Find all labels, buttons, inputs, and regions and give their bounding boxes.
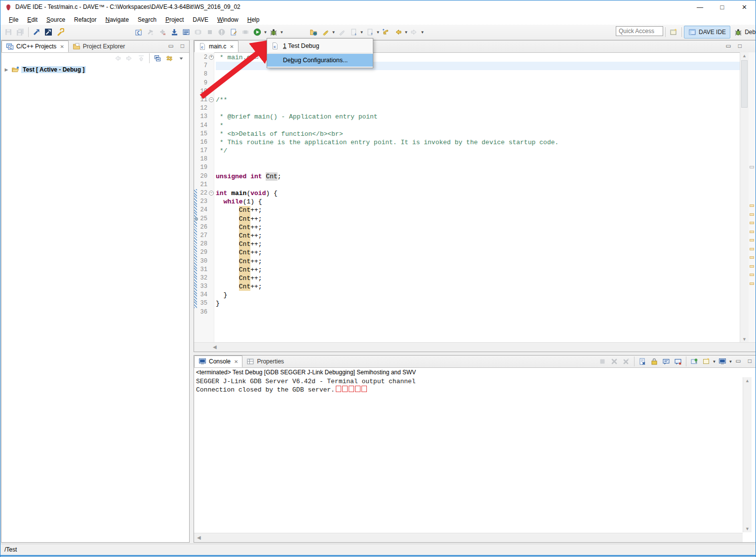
remove-launch-button[interactable] (608, 356, 620, 367)
maximize-view-icon[interactable]: □ (181, 42, 184, 49)
code-line-9[interactable]: 9 (194, 79, 740, 87)
display-console-dropdown-icon[interactable]: ▼ (712, 359, 716, 364)
tab-console[interactable]: Console ✕ (194, 356, 242, 367)
chevron-right-icon[interactable]: ▶ (3, 67, 9, 72)
menu-source[interactable]: Source (42, 15, 70, 24)
console-output[interactable]: SEGGER J-Link GDB Server V6.42d - Termin… (196, 377, 746, 394)
occurrence-mark[interactable] (750, 166, 754, 168)
vertical-sash[interactable] (190, 40, 194, 543)
memory-view-button[interactable] (180, 26, 192, 38)
quick-access-input[interactable] (616, 26, 663, 36)
link-editor-button[interactable] (163, 52, 175, 64)
occurrence-mark[interactable] (750, 213, 754, 216)
collapse-all-button[interactable] (152, 52, 163, 64)
code-line-21[interactable]: 21 (194, 181, 740, 189)
collapsed-region-icon[interactable] (253, 53, 258, 59)
occurrence-mark[interactable] (750, 282, 754, 285)
add-device-button[interactable] (157, 26, 168, 38)
fold-expand-icon[interactable]: + (209, 55, 214, 60)
code-line-20[interactable]: 20unsigned int Cnt; (194, 172, 740, 181)
occurrence-mark[interactable] (750, 274, 754, 276)
minimize-view-icon[interactable]: ▭ (735, 358, 741, 364)
new-c-project-button[interactable]: C (133, 26, 145, 38)
forward-nav-button[interactable] (123, 52, 135, 64)
occurrence-mark[interactable] (750, 222, 754, 224)
occurrence-mark[interactable] (750, 256, 754, 259)
open-console-dropdown-icon[interactable]: ▼ (728, 359, 733, 364)
maximize-view-icon[interactable]: □ (748, 358, 752, 364)
console-vertical-scrollbar[interactable]: ▲ ▼ (743, 377, 752, 532)
code-line-22[interactable]: 22−int main(void) { (194, 189, 740, 198)
debug-dropdown-icon[interactable]: ▼ (279, 30, 284, 35)
scroll-up-icon[interactable]: ▲ (743, 377, 752, 384)
menu-project[interactable]: Project (161, 15, 188, 24)
menu-edit[interactable]: Edit (23, 15, 42, 24)
pin-console-button[interactable] (688, 356, 700, 367)
occurrence-mark[interactable] (750, 231, 754, 233)
save-all-button[interactable] (14, 26, 26, 38)
annotation-dropdown-icon[interactable]: ▼ (359, 30, 364, 35)
occurrence-mark[interactable] (750, 204, 754, 207)
code-line-32[interactable]: 32 Cnt++; (194, 274, 740, 282)
code-line-28[interactable]: 28 Cnt++; (194, 240, 740, 248)
code-line-13[interactable]: 13 * @brief main() - Application entry p… (194, 113, 740, 121)
code-line-17[interactable]: 17 */ (194, 147, 740, 155)
code-line-36[interactable]: 36 (194, 308, 740, 317)
menu-item-test-debug[interactable]: c 1 Test Debug (267, 40, 373, 52)
code-line-18[interactable]: 18 (194, 155, 740, 163)
build-project-button[interactable] (145, 26, 157, 38)
scroll-lock-button[interactable] (648, 356, 660, 367)
code-line-33[interactable]: 33 Cnt++; (194, 282, 740, 291)
scroll-left-icon[interactable]: ◀ (213, 343, 217, 352)
error-info-button[interactable] (216, 26, 228, 38)
menu-window[interactable]: Window (213, 15, 243, 24)
maximize-view-icon[interactable]: □ (738, 42, 742, 49)
back-button[interactable] (392, 26, 404, 38)
tab-c-cpp-projects[interactable]: C C/C++ Projects ✕ (1, 40, 69, 52)
open-type-button[interactable] (308, 26, 319, 38)
code-line-34[interactable]: 34 } (194, 291, 740, 299)
code-line-26[interactable]: 26 Cnt++; (194, 223, 740, 232)
open-task-button[interactable] (364, 26, 376, 38)
scroll-left-icon[interactable]: ◀ (197, 533, 201, 542)
tab-project-explorer[interactable]: Project Explorer (69, 40, 129, 52)
terminate-button[interactable] (597, 356, 608, 367)
code-line-35[interactable]: 35} (194, 299, 740, 308)
code-line-19[interactable]: 19 (194, 163, 740, 172)
menu-file[interactable]: File (4, 15, 23, 24)
code-line-29[interactable]: 29 Cnt++; (194, 248, 740, 257)
display-console-button[interactable] (700, 356, 712, 367)
code-line-15[interactable]: 15 * <b>Details of function</b><br> (194, 130, 740, 138)
fold-collapse-icon[interactable]: − (209, 191, 214, 196)
overview-ruler[interactable] (749, 52, 756, 343)
code-line-12[interactable]: 12 (194, 104, 740, 113)
open-console-button[interactable] (716, 356, 728, 367)
highlight-dropdown-icon[interactable]: ▼ (331, 30, 336, 35)
remove-all-launches-button[interactable] (620, 356, 632, 367)
minimize-view-icon[interactable]: ▭ (725, 42, 731, 49)
back-dropdown-icon[interactable]: ▼ (404, 30, 408, 35)
menu-navigate[interactable]: Navigate (101, 15, 133, 24)
scroll-down-icon[interactable]: ▼ (740, 336, 749, 343)
scroll-up-icon[interactable]: ▲ (740, 52, 749, 59)
perspective-debug[interactable]: Debug (730, 26, 756, 38)
close-icon[interactable]: ✕ (234, 359, 238, 364)
scroll-down-icon[interactable]: ▼ (743, 525, 752, 532)
code-line-27[interactable]: 27 Cnt++; (194, 232, 740, 240)
generate-code-button[interactable] (31, 26, 42, 38)
code-line-31[interactable]: 31 Cnt++; (194, 266, 740, 274)
build-all-button[interactable] (42, 26, 54, 38)
fold-collapse-icon[interactable]: − (209, 97, 214, 102)
halt-button[interactable] (204, 26, 216, 38)
project-tree-item[interactable]: ▶ Test [ Active - Debug ] (3, 65, 86, 74)
close-button[interactable]: ✕ (733, 0, 756, 14)
last-edit-button[interactable] (380, 26, 392, 38)
open-perspective-button[interactable] (668, 26, 679, 38)
occurrence-mark[interactable] (750, 239, 754, 241)
code-line-30[interactable]: 30 Cnt++; (194, 257, 740, 266)
perspective-dave-ide[interactable]: DAVE IDE (684, 26, 730, 39)
debug-button[interactable] (268, 26, 279, 38)
editor-horizontal-scrollbar[interactable]: ◀ (194, 342, 756, 352)
forward-button[interactable] (408, 26, 420, 38)
open-task-dropdown-icon[interactable]: ▼ (376, 30, 380, 35)
